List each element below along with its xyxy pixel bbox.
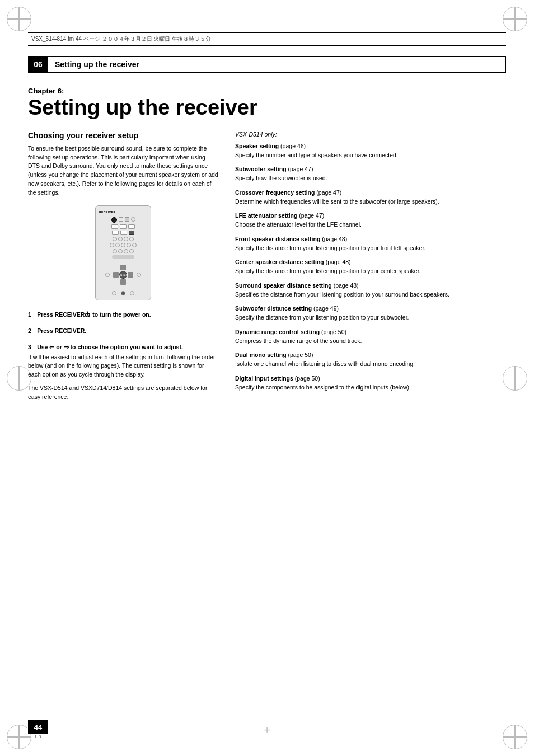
remote-circ-bot-c [130, 291, 134, 295]
setting-subwoofer-desc: Specify how the subwoofer is used. [235, 174, 506, 183]
step-1-num: 1 [28, 311, 31, 318]
remote-row-3 [112, 231, 134, 235]
step-1: 1 Press RECEIVER⏻ to turn the power on. [28, 309, 218, 320]
remote-btn-3b [120, 231, 127, 235]
step-3-body2: The VSX-D514 and VSXD714/D814 settings a… [28, 384, 218, 402]
remote-circ-5c [121, 243, 125, 247]
setting-subwoofer: Subwoofer setting (page 47) Specify how … [235, 165, 506, 183]
setting-drc-title: Dynamic range control setting (page 50) [235, 328, 506, 337]
remote-circ-4d [129, 237, 134, 241]
section-heading: Choosing your receiver setup [28, 131, 218, 140]
setting-drc: Dynamic range control setting (page 50) … [235, 328, 506, 346]
remote-illustration: RECEIVER [28, 205, 218, 300]
setting-speaker-title: Speaker setting (page 46) [235, 142, 506, 151]
setting-subwoofer-title: Subwoofer setting (page 47) [235, 165, 506, 174]
dpad-up [120, 265, 126, 270]
dpad-left [113, 272, 119, 278]
reg-mark-br [503, 725, 527, 749]
remote-circ-6d [129, 249, 134, 253]
remote-control: RECEIVER [95, 205, 151, 300]
remote-power-btn [111, 217, 117, 223]
setting-dual-mono-desc: Isolate one channel when listening to di… [235, 360, 506, 369]
setting-center-dist-title: Center speaker distance setting (page 48… [235, 258, 506, 267]
file-info-bar: VSX_514-814.fm 44 ページ ２００４年３月２日 火曜日 午後８時… [28, 32, 506, 46]
settings-list: Speaker setting (page 46) Specify the nu… [235, 142, 506, 392]
chapter-bar-title: Setting up the receiver [48, 56, 506, 73]
remote-dpad-area: ENTER [105, 262, 141, 287]
remote-btn-blank [119, 217, 123, 222]
remote-row-4 [113, 237, 134, 241]
remote-circ-5d [127, 243, 131, 247]
remote-circ-6b [118, 249, 123, 253]
setting-front-dist: Front speaker distance setting (page 48)… [235, 235, 506, 253]
setting-digital-input-desc: Specify the components to be assigned to… [235, 383, 506, 392]
remote-circ-6c [124, 249, 128, 253]
left-column: Choosing your receiver setup To ensure t… [28, 131, 218, 407]
setting-center-dist: Center speaker distance setting (page 48… [235, 258, 506, 276]
remote-row-2 [111, 224, 135, 229]
setting-sub-dist: Subwoofer distance setting (page 49) Spe… [235, 304, 506, 322]
setting-speaker: Speaker setting (page 46) Specify the nu… [235, 142, 506, 160]
setting-speaker-desc: Specify the number and type of speakers … [235, 151, 506, 160]
setting-lfe-title: LFE attenuator setting (page 47) [235, 212, 506, 220]
setting-center-dist-desc: Specify the distance from your listening… [235, 267, 506, 276]
remote-curve [112, 255, 134, 259]
remote-row-bottom [112, 291, 134, 295]
remote-btn-2c [128, 224, 135, 229]
remote-circ-4a [113, 237, 117, 241]
chapter-subtitle: Chapter 6: [28, 87, 506, 95]
setting-digital-input-title: Digital input settings (page 50) [235, 374, 506, 383]
setting-surround-dist-title: Surround speaker distance setting (page … [235, 281, 506, 290]
remote-btn-2a [111, 224, 118, 229]
remote-circ-4b [118, 237, 123, 241]
page-lang: En [35, 734, 41, 739]
reg-mark-tr [503, 7, 527, 31]
remote-circ-bot-a [112, 291, 116, 295]
step-2: 2 Press RECEIVER. [28, 325, 218, 336]
setting-sub-dist-desc: Specify the distance from your listening… [235, 313, 506, 322]
remote-row-6 [113, 249, 134, 253]
setting-lfe: LFE attenuator setting (page 47) Choose … [235, 212, 506, 229]
setting-front-dist-desc: Specify the distance from your listening… [235, 244, 506, 253]
dpad-down [120, 279, 126, 285]
page-number: 44 [28, 720, 48, 734]
remote-row-1 [111, 217, 135, 223]
setting-surround-dist-desc: Specifies the distance from your listeni… [235, 290, 506, 299]
step-2-text: Press RECEIVER. [34, 327, 86, 334]
remote-row-5 [110, 243, 137, 247]
remote-circ-bot-b [121, 291, 125, 295]
setting-crossover: Crossover frequency setting (page 47) De… [235, 189, 506, 206]
reg-mark-tl [7, 7, 31, 31]
remote-btn-3a [112, 231, 119, 235]
step-2-num: 2 [28, 327, 31, 334]
step-1-text: Press RECEIVER⏻ to turn the power on. [34, 311, 151, 318]
remote-circ-6a [113, 249, 117, 253]
step-3-num: 3 [28, 344, 31, 350]
remote-label: RECEIVER [99, 210, 116, 214]
chapter-number: 06 [28, 56, 48, 73]
remote-circ-5e [132, 243, 137, 247]
remote-circ-5a [110, 243, 114, 247]
remote-dpad: ENTER [113, 265, 133, 285]
content-area: Chapter 6: Setting up the receiver Choos… [28, 87, 506, 711]
remote-btn-dot [125, 217, 129, 222]
setting-crossover-desc: Determine which frequencies will be sent… [235, 198, 506, 206]
remote-side-left [105, 273, 110, 277]
setting-digital-input: Digital input settings (page 50) Specify… [235, 374, 506, 392]
setting-surround-dist: Surround speaker distance setting (page … [235, 281, 506, 299]
chapter-bar: 06 Setting up the receiver [28, 56, 506, 73]
step-3: 3 Use ⇐ or ⇒ to choose the option you wa… [28, 341, 218, 402]
two-column-layout: Choosing your receiver setup To ensure t… [28, 131, 506, 407]
right-column: VSX-D514 only: Speaker setting (page 46)… [235, 131, 506, 407]
setting-dual-mono-title: Dual mono setting (page 50) [235, 351, 506, 360]
reg-mark-mr [503, 366, 527, 391]
remote-circle-btn [131, 217, 135, 222]
remote-circ-4c [124, 237, 128, 241]
page-number-area: 44 En [28, 720, 48, 739]
remote-btn-2b [120, 224, 127, 229]
file-info-text: VSX_514-814.fm 44 ページ ２００４年３月２日 火曜日 午後８時… [31, 35, 211, 43]
setting-crossover-title: Crossover frequency setting (page 47) [235, 189, 506, 198]
dpad-enter: ENTER [119, 271, 127, 279]
remote-btn-3c [129, 231, 134, 235]
step-3-body: It will be easiest to adjust each of the… [28, 353, 218, 379]
